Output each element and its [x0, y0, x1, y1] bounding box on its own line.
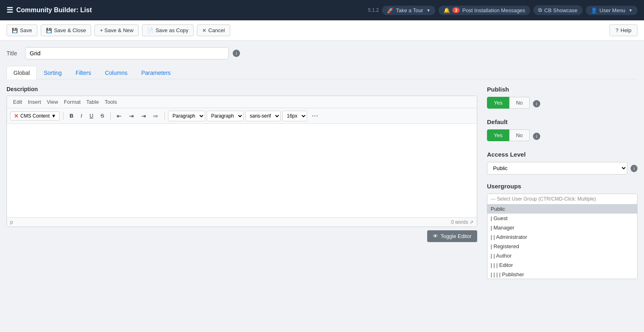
tab-parameters[interactable]: Parameters: [134, 66, 177, 79]
separator: [110, 112, 111, 120]
tab-filters[interactable]: Filters: [69, 66, 98, 79]
default-info-icon[interactable]: i: [533, 133, 540, 140]
editor-toolbar: ✕ CMS Content ▼ B I U S ⇤ ⇥ ⇥ ⇨: [7, 108, 477, 124]
default-title: Default: [487, 118, 637, 125]
default-panel: Default Yes No i: [487, 118, 637, 143]
eye-icon: 👁: [433, 233, 438, 239]
rocket-icon: 🚀: [387, 7, 393, 13]
menu-table[interactable]: Table: [83, 98, 102, 106]
usergroup-author[interactable]: | | Author: [487, 251, 637, 260]
more-btn[interactable]: ⋯: [309, 110, 321, 121]
cancel-button[interactable]: ✕ Cancel: [197, 24, 230, 36]
default-no-btn[interactable]: No: [509, 129, 530, 141]
user-menu-btn[interactable]: 👤 User Menu ▼: [586, 6, 637, 15]
publish-title: Publish: [487, 86, 637, 93]
usergroup-registered[interactable]: | Registered: [487, 242, 637, 251]
default-row: Yes No i: [487, 129, 637, 143]
access-level-row: Public Guest Registered Special Super Us…: [487, 162, 637, 175]
strikethrough-btn[interactable]: S: [98, 111, 107, 120]
align-center-btn[interactable]: ⇥: [126, 111, 137, 121]
title-label: Title: [7, 50, 21, 57]
access-level-panel: Access Level Public Guest Registered Spe…: [487, 151, 637, 175]
default-toggle: Yes No: [487, 129, 530, 141]
access-level-title: Access Level: [487, 151, 637, 158]
access-info-icon[interactable]: i: [631, 165, 637, 172]
hamburger-icon[interactable]: ☰: [7, 6, 13, 15]
format-select[interactable]: Paragraph: [168, 111, 205, 121]
tab-global[interactable]: Global: [7, 66, 37, 79]
save-new-button[interactable]: + Save & New: [94, 24, 139, 36]
size-select[interactable]: 16px: [282, 111, 307, 121]
sidebar-column: Publish Yes No i Default Yes No: [487, 86, 637, 287]
toggle-editor-btn[interactable]: 👁 Toggle Editor: [427, 230, 477, 242]
save-button[interactable]: 💾 Save: [7, 24, 37, 36]
menu-view[interactable]: View: [44, 98, 61, 106]
cms-content-btn[interactable]: ✕ CMS Content ▼: [10, 111, 60, 120]
default-yes-btn[interactable]: Yes: [487, 129, 509, 141]
version-label: 5.1.2: [368, 7, 379, 13]
resize-handle[interactable]: ⇗: [469, 219, 474, 225]
usergroup-public[interactable]: Public: [487, 204, 637, 214]
align-justify-btn[interactable]: ⇨: [151, 111, 161, 121]
menu-format[interactable]: Format: [61, 98, 83, 106]
access-level-select[interactable]: Public Guest Registered Special Super Us…: [487, 162, 627, 175]
menu-tools[interactable]: Tools: [102, 98, 120, 106]
chevron-down-icon: ▼: [629, 8, 633, 13]
separator: [164, 112, 165, 120]
brand: ☰ Community Builder: List: [7, 6, 363, 15]
underline-btn[interactable]: U: [87, 111, 96, 120]
toggle-editor-area: 👁 Toggle Editor: [7, 227, 477, 242]
cancel-icon: ✕: [202, 28, 206, 33]
save-copy-button[interactable]: 📄 Save as Copy: [142, 24, 194, 36]
bold-btn[interactable]: B: [67, 111, 76, 120]
usergroup-manager[interactable]: | Manager: [487, 223, 637, 232]
publish-toggle: Yes No: [487, 97, 530, 109]
notification-badge: 3: [452, 7, 460, 13]
publish-yes-btn[interactable]: Yes: [487, 97, 509, 109]
app-title: Community Builder: List: [16, 7, 92, 14]
main-content: Title i Global Sorting Filters Columns P…: [0, 41, 644, 294]
block-select[interactable]: Paragraph: [207, 111, 244, 121]
title-input[interactable]: [25, 47, 229, 59]
toolbar: 💾 Save 💾 Save & Close + Save & New 📄 Sav…: [0, 20, 644, 41]
usergroups-placeholder: --- Select User Group (CTR/CMD-Click: Mu…: [487, 194, 637, 204]
editor-tag: p: [10, 219, 13, 225]
align-right-btn[interactable]: ⇥: [138, 111, 149, 121]
notifications-btn[interactable]: 🔔 3 Post Installation Messages: [439, 6, 530, 15]
usergroups-list[interactable]: --- Select User Group (CTR/CMD-Click: Mu…: [487, 194, 637, 279]
menu-edit[interactable]: Edit: [10, 98, 25, 106]
cms-content-label: CMS Content: [20, 113, 50, 119]
menu-insert[interactable]: Insert: [25, 98, 44, 106]
tour-btn[interactable]: 🚀 Take a Tour ▼: [382, 6, 435, 15]
usergroup-guest[interactable]: | Guest: [487, 214, 637, 223]
joomla-icon: ✕: [14, 113, 19, 119]
align-left-btn[interactable]: ⇤: [114, 111, 124, 121]
publish-info-icon[interactable]: i: [533, 100, 540, 107]
font-select[interactable]: sans-serif: [245, 111, 281, 121]
topbar: ☰ Community Builder: List 5.1.2 🚀 Take a…: [0, 0, 644, 20]
usergroup-administrator[interactable]: | | Administrator: [487, 232, 637, 242]
italic-btn[interactable]: I: [78, 111, 85, 120]
separator: [63, 112, 63, 120]
description-label: Description: [7, 86, 477, 92]
save-close-button[interactable]: 💾 Save & Close: [41, 24, 92, 36]
help-button[interactable]: ? Help: [609, 24, 637, 36]
title-info-icon[interactable]: i: [233, 50, 240, 57]
showcase-btn[interactable]: ⧉ CB Showcase: [533, 5, 583, 15]
usergroup-publisher[interactable]: | | | | Publisher: [487, 270, 637, 279]
tab-sorting[interactable]: Sorting: [37, 66, 68, 79]
tab-columns[interactable]: Columns: [98, 66, 134, 79]
help-icon: ?: [616, 27, 618, 33]
publish-no-btn[interactable]: No: [509, 97, 530, 109]
cms-content-chevron: ▼: [51, 113, 56, 119]
editor-menubar: Edit Insert View Format Table Tools: [7, 96, 477, 108]
editor-body[interactable]: [7, 124, 477, 217]
usergroup-editor[interactable]: | | | Editor: [487, 260, 637, 270]
usergroups-panel: Usergroups --- Select User Group (CTR/CM…: [487, 183, 637, 279]
external-icon: ⧉: [538, 7, 542, 13]
publish-row: Yes No i: [487, 97, 637, 110]
main-column: Description Edit Insert View Format Tabl…: [7, 86, 477, 287]
tab-bar: Global Sorting Filters Columns Parameter…: [7, 66, 637, 79]
content-area: Description Edit Insert View Format Tabl…: [7, 79, 637, 294]
editor-statusbar: p 0 words ⇗: [7, 217, 477, 227]
